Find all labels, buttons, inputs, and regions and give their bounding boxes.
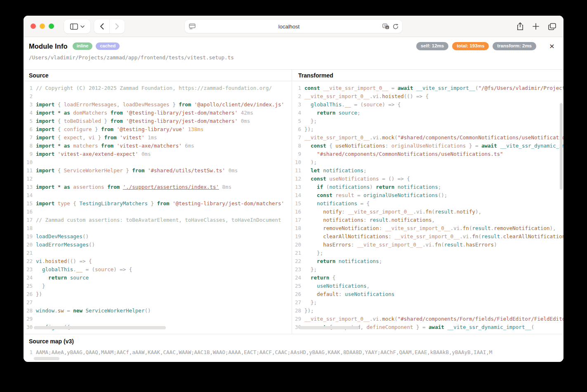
code-token: result — [444, 242, 463, 248]
code-line: 25 useNotifications, — [292, 282, 563, 290]
code-token: { — [326, 143, 336, 149]
code-token: window — [36, 307, 54, 314]
code-line: 1const __vite_ssr_import_0__ = await __v… — [292, 84, 563, 92]
code-token — [304, 176, 311, 182]
code-token: import — [36, 184, 54, 190]
line-number: 3 — [292, 101, 304, 109]
code-token: '@apollo/client/dev/index.js' — [194, 101, 284, 108]
code-token: vi — [89, 134, 95, 141]
address-bar[interactable]: localhost Ax — [185, 20, 402, 33]
line-number: 2 — [24, 92, 36, 101]
code-line: 28window.sw = new ServiceWorkerHelper() — [24, 307, 292, 315]
sourcemap-hscrollbar[interactable] — [34, 357, 59, 360]
code-token: __ — [345, 101, 351, 108]
code-token: 'vitest' — [120, 134, 144, 141]
code-token: fn — [463, 225, 469, 231]
code-line: 29 — [24, 315, 292, 323]
code-token: "#shared/components/Form/fields/FieldEdi… — [398, 316, 563, 322]
code-token: : — [379, 225, 385, 231]
tabs-overview-icon[interactable] — [548, 23, 556, 30]
code-token: source — [335, 110, 357, 116]
code-token: 0ms — [238, 118, 250, 124]
code-token: as — [64, 143, 70, 149]
line-number: 14 — [292, 191, 304, 200]
url-text: localhost — [196, 23, 382, 30]
transformed-panel-title: Transformed — [292, 70, 563, 81]
code-token: originalUseNotifications — [363, 192, 438, 198]
reload-icon[interactable] — [393, 23, 398, 30]
source-hscrollbar[interactable] — [34, 326, 166, 329]
code-token — [304, 217, 323, 223]
module-link[interactable]: './support/assertions/index.ts' — [123, 184, 219, 190]
code-token: import — [36, 126, 54, 132]
transformed-vscrollbar[interactable] — [560, 103, 563, 190]
code-token — [98, 143, 101, 149]
line-number: 27 — [292, 298, 304, 307]
code-token: notifications — [323, 217, 363, 223]
line-number: 7 — [292, 134, 304, 142]
transformed-hscrollbar[interactable] — [299, 326, 359, 329]
line-number: 25 — [292, 282, 304, 290]
code-token: = () => { — [379, 176, 410, 182]
share-icon[interactable] — [517, 22, 523, 31]
code-line: 25 } — [24, 282, 292, 290]
code-token: ; — [363, 167, 367, 174]
code-token: }; — [304, 118, 317, 124]
code-token: '@testing-library/jest-dom/matchers' — [126, 118, 238, 124]
code-line: 27 }; — [292, 298, 563, 307]
code-token: // Zammad custom assertions: toBeAvatarE… — [36, 217, 281, 223]
line-number: 11 — [292, 167, 304, 175]
traffic-lights — [31, 23, 54, 29]
code-token: globalThis — [42, 266, 73, 272]
code-line: 2__vite_ssr_import_0__.vi.hoisted(() => … — [292, 92, 563, 101]
code-token: if — [317, 184, 323, 190]
code-line: 1// Copyright (C) 2012-2025 Zammad Found… — [24, 84, 292, 92]
code-line: 26}) — [24, 290, 292, 298]
new-tab-icon[interactable] — [533, 23, 539, 30]
badge-cached: cached — [96, 42, 120, 50]
sourcemap-mappings: AAMA;AAeA,yBAAG,QAAQ,MAAM;AACf,aAAW,KAAK… — [36, 348, 492, 357]
code-token: result — [332, 192, 354, 198]
close-icon[interactable]: × — [547, 42, 556, 51]
timing-badge-total: total: 193ms — [452, 42, 489, 51]
code-token — [304, 101, 311, 108]
code-line: 5 }; — [292, 117, 563, 125]
code-token: 42ms — [238, 110, 253, 116]
code-line: 10 ); — [292, 158, 563, 167]
code-token: = — [388, 85, 398, 91]
code-token: (); — [438, 192, 448, 198]
code-token: }); — [304, 307, 314, 314]
code-token — [107, 110, 111, 116]
code-token — [144, 167, 148, 174]
code-token: domMatchers — [73, 110, 107, 116]
code-token: '@testing-library/jest-dom/matchers' — [172, 200, 284, 207]
line-number: 3 — [24, 101, 36, 109]
translate-icon[interactable]: Ax — [382, 23, 389, 30]
code-token: ; — [438, 184, 441, 190]
code-token — [304, 250, 317, 256]
code-token: result — [472, 225, 490, 231]
code-token: import — [36, 200, 54, 207]
code-line: 7__vite_ssr_import_0__.vi.mock("#shared/… — [292, 134, 563, 142]
code-line: 23 globalThis.__ = (source) => { — [24, 265, 292, 274]
zoom-window-button[interactable] — [49, 23, 54, 29]
code-token: : — [342, 209, 348, 215]
code-token — [304, 143, 311, 149]
chevron-down-icon[interactable] — [80, 25, 85, 28]
code-token: loadDevMessages — [36, 233, 83, 239]
forward-icon[interactable] — [109, 19, 124, 33]
code-line: 11import { ServiceWorkerHelper } from '#… — [24, 167, 292, 175]
code-token: ); — [311, 159, 317, 165]
line-number: 24 — [24, 274, 36, 282]
code-token — [304, 192, 317, 198]
sidebar-icon[interactable] — [70, 23, 78, 30]
code-token: 0ms — [225, 167, 238, 174]
code-line: 16 notify: __vite_ssr_import_0__.vi.fn(r… — [292, 208, 563, 216]
close-window-button[interactable] — [31, 23, 36, 29]
code-line: 23 }; — [292, 265, 563, 274]
code-token — [304, 110, 317, 116]
line-number: 7 — [24, 134, 36, 142]
back-icon[interactable] — [94, 19, 109, 33]
minimize-window-button[interactable] — [40, 23, 45, 29]
code-token — [113, 143, 117, 149]
